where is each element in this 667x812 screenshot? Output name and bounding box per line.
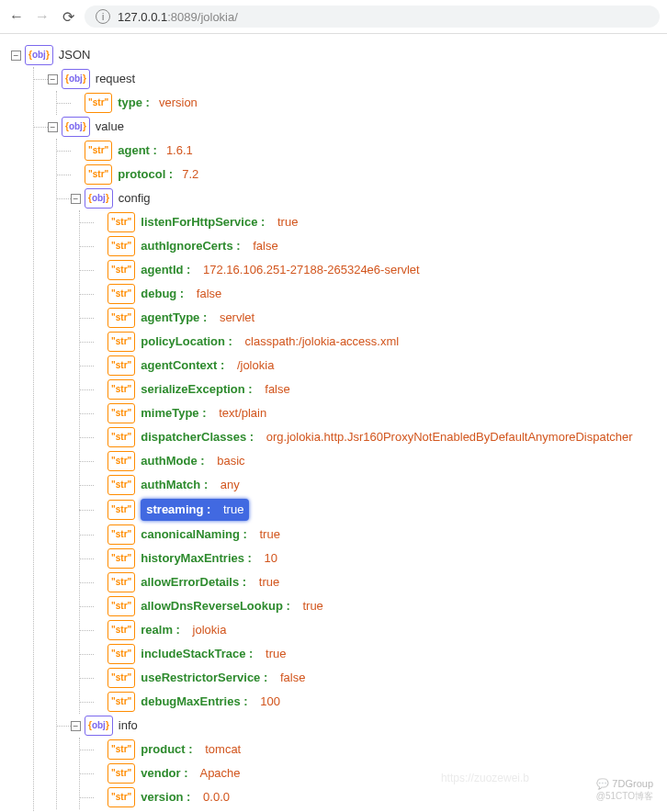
str-row[interactable]: "str"mimeType : text/plain [80, 401, 656, 425]
root-node[interactable]: − obj JSON [11, 43, 656, 67]
watermark-url: https://zuozewei.b [441, 772, 529, 784]
str-badge: "str" [107, 308, 135, 328]
str-row[interactable]: "str"debug : false [80, 282, 656, 306]
str-badge: "str" [107, 236, 135, 256]
obj-badge: obj [25, 45, 53, 65]
str-badge: "str" [85, 164, 112, 185]
str-badge: "str" [107, 524, 135, 545]
str-row[interactable]: "str"agentContext : /jolokia [80, 354, 656, 378]
str-badge: "str" [107, 763, 135, 784]
str-badge: "str" [85, 93, 112, 113]
obj-badge: obj [85, 716, 113, 736]
str-row[interactable]: "str" agent : 1.6.1 [57, 139, 656, 163]
str-row[interactable]: "str"realm : jolokia [80, 618, 656, 642]
request-node[interactable]: − obj request [34, 67, 656, 91]
str-row[interactable]: "str" protocol : 7.2 [57, 163, 656, 186]
str-row[interactable]: "str"canonicalNaming : true [80, 523, 656, 547]
str-badge: "str" [107, 500, 135, 520]
collapse-icon[interactable]: − [11, 51, 21, 61]
config-node[interactable]: − obj config [57, 186, 656, 210]
watermark: 💬 7DGroup @51CTO博客 [596, 778, 653, 803]
str-badge: "str" [107, 475, 135, 495]
forward-button[interactable]: → [33, 7, 51, 26]
str-row[interactable]: "str"version : 0.0.0 [80, 785, 656, 809]
str-badge: "str" [107, 787, 135, 807]
str-row[interactable]: "str"authIgnoreCerts : false [80, 234, 656, 258]
collapse-icon[interactable]: − [71, 194, 81, 204]
str-row[interactable]: "str"dispatcherClasses : org.jolokia.htt… [80, 425, 656, 449]
str-row[interactable]: "str"historyMaxEntries : 10 [80, 547, 656, 570]
info-icon[interactable]: i [96, 9, 110, 24]
str-badge: "str" [107, 620, 135, 640]
str-row[interactable]: "str"listenForHttpService : true [80, 210, 656, 234]
str-badge: "str" [107, 739, 135, 760]
value-node[interactable]: − obj value [34, 115, 656, 139]
url-text: 127.0.0.1:8089/jolokia/ [118, 10, 238, 24]
browser-toolbar: ← → ⟳ i 127.0.0.1:8089/jolokia/ [0, 0, 667, 34]
str-badge: "str" [107, 692, 135, 712]
back-button[interactable]: ← [7, 7, 26, 26]
str-row[interactable]: "str"allowErrorDetails : true [80, 570, 656, 594]
str-badge: "str" [107, 548, 135, 569]
collapse-icon[interactable]: − [71, 721, 81, 731]
obj-badge: obj [62, 69, 90, 89]
str-badge: "str" [107, 379, 135, 400]
info-node[interactable]: − obj info [57, 714, 656, 738]
str-row[interactable]: "str"agentId : 172.16.106.251-27188-2653… [80, 258, 656, 282]
str-badge: "str" [107, 427, 135, 447]
reload-button[interactable]: ⟳ [59, 7, 77, 26]
str-row[interactable]: "str"policyLocation : classpath:/jolokia… [80, 330, 656, 354]
str-row[interactable]: "str"allowDnsReverseLookup : true [80, 594, 656, 618]
str-row[interactable]: "str"debugMaxEntries : 100 [80, 690, 656, 714]
collapse-icon[interactable]: − [48, 74, 58, 85]
str-badge: "str" [107, 572, 135, 592]
str-row[interactable]: "str"authMatch : any [80, 473, 656, 497]
str-badge: "str" [107, 260, 135, 280]
str-badge: "str" [107, 668, 135, 688]
str-badge: "str" [85, 141, 112, 161]
str-row[interactable]: "str"vendor : Apache [80, 761, 656, 785]
str-row[interactable]: "str"includeStackTrace : true [80, 642, 656, 666]
json-tree: − obj JSON − obj request "str" type : ve… [0, 34, 667, 812]
str-badge: "str" [107, 596, 135, 616]
str-badge: "str" [107, 451, 135, 471]
str-row[interactable]: "str"product : tomcat [80, 738, 656, 761]
str-badge: "str" [107, 212, 135, 232]
str-badge: "str" [107, 644, 135, 664]
str-row[interactable]: "str"streaming : true [80, 497, 656, 523]
obj-badge: obj [62, 117, 90, 137]
address-bar[interactable]: i 127.0.0.1:8089/jolokia/ [85, 6, 660, 28]
str-badge: "str" [107, 355, 135, 376]
str-row[interactable]: "str"serializeException : false [80, 378, 656, 401]
str-row[interactable]: "str"authMode : basic [80, 449, 656, 473]
str-badge: "str" [107, 284, 135, 304]
collapse-icon[interactable]: − [48, 122, 58, 132]
str-row[interactable]: "str" type : version [57, 91, 656, 115]
str-badge: "str" [107, 332, 135, 352]
str-row[interactable]: "str"useRestrictorService : false [80, 666, 656, 690]
str-row[interactable]: "str"agentType : servlet [80, 306, 656, 330]
obj-badge: obj [85, 188, 113, 209]
str-badge: "str" [107, 403, 135, 423]
